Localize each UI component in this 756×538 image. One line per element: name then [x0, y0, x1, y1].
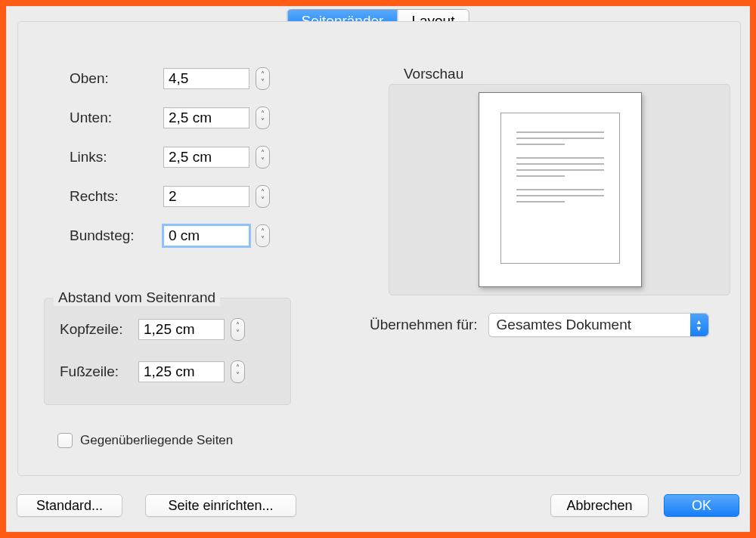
label-mirror: Gegenüberliegende Seiten — [80, 433, 233, 448]
row-gutter: Bundsteg: ˄˅ — [70, 224, 270, 247]
margins-panel: Oben: ˄˅ Unten: ˄˅ Links: ˄˅ Rechts: ˄˅ … — [17, 21, 741, 476]
chevron-down-icon: ˅ — [261, 196, 265, 204]
select-arrows-icon: ▲▼ — [690, 314, 708, 336]
label-footer: Fußzeile: — [60, 363, 135, 380]
button-default[interactable]: Standard... — [17, 494, 122, 517]
page-setup-dialog: Seitenränder Layout Oben: ˄˅ Unten: ˄˅ L… — [6, 6, 750, 532]
input-footer[interactable] — [138, 361, 225, 382]
stepper-top[interactable]: ˄˅ — [256, 67, 270, 90]
label-bottom: Unten: — [70, 110, 160, 126]
chevron-down-icon: ˅ — [236, 372, 240, 379]
preview-text-area — [500, 113, 620, 264]
stepper-left[interactable]: ˄˅ — [256, 146, 270, 169]
select-apply-to[interactable]: Gesamtes Dokument ▲▼ — [488, 313, 709, 337]
legend-from-edge: Abstand vom Seitenrand — [54, 289, 220, 306]
label-right: Rechts: — [70, 188, 160, 205]
preview-page — [479, 92, 642, 287]
dialog-footer: Standard... Seite einrichten... Abbreche… — [17, 494, 739, 521]
chevron-down-icon: ˅ — [236, 329, 240, 337]
row-right: Rechts: ˄˅ — [70, 185, 270, 208]
input-bottom[interactable] — [163, 107, 249, 128]
label-preview: Vorschau — [404, 66, 463, 82]
preview-lines — [516, 131, 604, 207]
input-right[interactable] — [163, 186, 249, 207]
button-cancel[interactable]: Abbrechen — [550, 494, 649, 517]
row-left: Links: ˄˅ — [70, 146, 270, 169]
chevron-down-icon: ˅ — [261, 79, 265, 86]
button-ok[interactable]: OK — [664, 494, 739, 517]
row-apply-to: Übernehmen für: Gesamtes Dokument ▲▼ — [370, 313, 709, 337]
chevron-down-icon: ˅ — [261, 157, 265, 165]
stepper-gutter[interactable]: ˄˅ — [256, 224, 270, 247]
label-gutter: Bundsteg: — [70, 227, 160, 244]
button-page-setup[interactable]: Seite einrichten... — [145, 494, 296, 517]
chevron-down-icon: ˅ — [261, 236, 265, 243]
input-top[interactable] — [163, 68, 249, 89]
preview-box — [389, 84, 730, 295]
input-left[interactable] — [163, 147, 249, 168]
chevron-down-icon: ˅ — [261, 118, 265, 125]
stepper-right[interactable]: ˄˅ — [256, 185, 270, 208]
row-top: Oben: ˄˅ — [70, 67, 270, 90]
label-left: Links: — [70, 149, 160, 165]
row-footer: Fußzeile: ˄˅ — [60, 360, 245, 383]
stepper-header[interactable]: ˄˅ — [231, 318, 245, 341]
row-header: Kopfzeile: ˄˅ — [60, 318, 245, 341]
checkbox-mirror[interactable] — [57, 433, 73, 448]
stepper-footer[interactable]: ˄˅ — [231, 360, 245, 383]
row-mirror: Gegenüberliegende Seiten — [57, 433, 233, 448]
label-header: Kopfzeile: — [60, 321, 135, 338]
row-bottom: Unten: ˄˅ — [70, 107, 270, 129]
label-top: Oben: — [70, 70, 160, 87]
label-apply-to: Übernehmen für: — [370, 317, 478, 333]
select-apply-to-value: Gesamtes Dokument — [497, 317, 631, 333]
group-from-edge: Abstand vom Seitenrand Kopfzeile: ˄˅ Fuß… — [44, 298, 291, 405]
stepper-bottom[interactable]: ˄˅ — [256, 107, 270, 129]
input-gutter[interactable] — [163, 225, 249, 246]
input-header[interactable] — [138, 319, 225, 340]
